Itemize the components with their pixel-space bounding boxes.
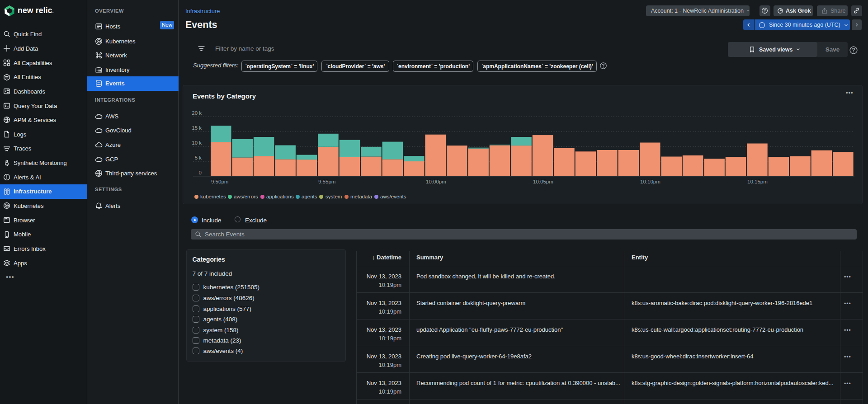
svg-text:10:05pm: 10:05pm (533, 179, 553, 184)
svg-text:9:55pm: 9:55pm (318, 179, 335, 184)
svg-text:10:10pm: 10:10pm (640, 179, 660, 184)
svg-text:5 k: 5 k (195, 155, 202, 160)
svg-text:0: 0 (199, 170, 202, 175)
svg-text:10:00pm: 10:00pm (426, 179, 446, 184)
svg-text:15 k: 15 k (192, 125, 202, 131)
svg-text:20 k: 20 k (192, 110, 202, 116)
svg-text:10 k: 10 k (192, 140, 202, 146)
svg-text:10:15pm: 10:15pm (747, 179, 768, 184)
svg-text:9:50pm: 9:50pm (211, 179, 228, 184)
